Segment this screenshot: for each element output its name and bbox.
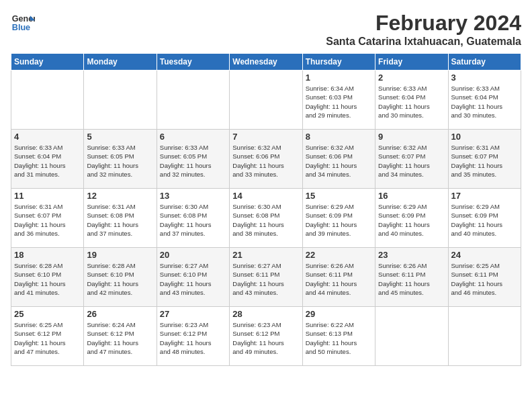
day-number: 28 — [232, 309, 299, 319]
calendar-table: SundayMondayTuesdayWednesdayThursdayFrid… — [11, 53, 521, 366]
calendar-cell: 24Sunrise: 6:25 AM Sunset: 6:11 PM Dayli… — [448, 248, 521, 307]
calendar-cell: 28Sunrise: 6:23 AM Sunset: 6:12 PM Dayli… — [230, 307, 302, 366]
calendar-cell: 12Sunrise: 6:31 AM Sunset: 6:08 PM Dayli… — [84, 189, 157, 248]
calendar-week-5: 25Sunrise: 6:25 AM Sunset: 6:12 PM Dayli… — [11, 307, 521, 366]
calendar-cell — [448, 307, 521, 366]
day-header-wednesday: Wednesday — [230, 54, 302, 71]
day-number: 8 — [306, 132, 372, 142]
day-header-sunday: Sunday — [11, 54, 84, 71]
day-number: 10 — [451, 132, 518, 142]
calendar-cell: 29Sunrise: 6:22 AM Sunset: 6:13 PM Dayli… — [302, 307, 375, 366]
day-info: Sunrise: 6:31 AM Sunset: 6:07 PM Dayligh… — [14, 202, 81, 238]
calendar-cell: 11Sunrise: 6:31 AM Sunset: 6:07 PM Dayli… — [11, 189, 84, 248]
calendar-cell — [11, 71, 84, 130]
day-info: Sunrise: 6:33 AM Sunset: 6:04 PM Dayligh… — [378, 84, 445, 120]
calendar-cell: 21Sunrise: 6:27 AM Sunset: 6:11 PM Dayli… — [230, 248, 302, 307]
day-info: Sunrise: 6:28 AM Sunset: 6:10 PM Dayligh… — [87, 261, 153, 297]
day-info: Sunrise: 6:33 AM Sunset: 6:05 PM Dayligh… — [87, 143, 153, 179]
day-number: 22 — [306, 250, 372, 260]
day-info: Sunrise: 6:22 AM Sunset: 6:13 PM Dayligh… — [306, 320, 372, 356]
day-number: 21 — [232, 250, 299, 260]
day-number: 20 — [160, 250, 226, 260]
calendar-cell: 14Sunrise: 6:30 AM Sunset: 6:08 PM Dayli… — [230, 189, 302, 248]
day-info: Sunrise: 6:26 AM Sunset: 6:11 PM Dayligh… — [306, 261, 372, 297]
calendar-cell: 10Sunrise: 6:31 AM Sunset: 6:07 PM Dayli… — [448, 130, 521, 189]
calendar-cell: 19Sunrise: 6:28 AM Sunset: 6:10 PM Dayli… — [84, 248, 157, 307]
day-info: Sunrise: 6:32 AM Sunset: 6:07 PM Dayligh… — [378, 143, 445, 179]
day-info: Sunrise: 6:30 AM Sunset: 6:08 PM Dayligh… — [232, 202, 299, 238]
day-number: 12 — [87, 191, 153, 201]
day-number: 7 — [232, 132, 299, 142]
day-info: Sunrise: 6:29 AM Sunset: 6:09 PM Dayligh… — [451, 202, 518, 238]
calendar-cell: 26Sunrise: 6:24 AM Sunset: 6:12 PM Dayli… — [84, 307, 157, 366]
calendar-cell: 1Sunrise: 6:34 AM Sunset: 6:03 PM Daylig… — [302, 71, 375, 130]
day-number: 11 — [14, 191, 81, 201]
day-number: 27 — [160, 309, 226, 319]
day-number: 5 — [87, 132, 153, 142]
title-block: February 2024 Santa Catarina Ixtahuacan,… — [326, 11, 521, 48]
day-info: Sunrise: 6:28 AM Sunset: 6:10 PM Dayligh… — [14, 261, 81, 297]
day-number: 6 — [160, 132, 226, 142]
day-header-tuesday: Tuesday — [157, 54, 229, 71]
day-info: Sunrise: 6:24 AM Sunset: 6:12 PM Dayligh… — [87, 320, 153, 356]
calendar-cell: 18Sunrise: 6:28 AM Sunset: 6:10 PM Dayli… — [11, 248, 84, 307]
day-info: Sunrise: 6:23 AM Sunset: 6:12 PM Dayligh… — [232, 320, 299, 356]
day-info: Sunrise: 6:33 AM Sunset: 6:04 PM Dayligh… — [451, 84, 518, 120]
day-info: Sunrise: 6:30 AM Sunset: 6:08 PM Dayligh… — [160, 202, 226, 238]
day-number: 9 — [378, 132, 445, 142]
day-number: 19 — [87, 250, 153, 260]
calendar-week-1: 1Sunrise: 6:34 AM Sunset: 6:03 PM Daylig… — [11, 71, 521, 130]
day-info: Sunrise: 6:26 AM Sunset: 6:11 PM Dayligh… — [378, 261, 445, 297]
day-number: 15 — [306, 191, 372, 201]
logo-icon: General Blue — [11, 11, 35, 35]
day-info: Sunrise: 6:31 AM Sunset: 6:07 PM Dayligh… — [451, 143, 518, 179]
day-info: Sunrise: 6:32 AM Sunset: 6:06 PM Dayligh… — [232, 143, 299, 179]
calendar-cell: 3Sunrise: 6:33 AM Sunset: 6:04 PM Daylig… — [448, 71, 521, 130]
calendar-cell: 4Sunrise: 6:33 AM Sunset: 6:04 PM Daylig… — [11, 130, 84, 189]
day-number: 17 — [451, 191, 518, 201]
day-info: Sunrise: 6:25 AM Sunset: 6:12 PM Dayligh… — [14, 320, 81, 356]
day-number: 25 — [14, 309, 81, 319]
day-info: Sunrise: 6:27 AM Sunset: 6:11 PM Dayligh… — [232, 261, 299, 297]
day-info: Sunrise: 6:25 AM Sunset: 6:11 PM Dayligh… — [451, 261, 518, 297]
day-number: 13 — [160, 191, 226, 201]
calendar-cell: 27Sunrise: 6:23 AM Sunset: 6:12 PM Dayli… — [157, 307, 229, 366]
calendar-cell: 23Sunrise: 6:26 AM Sunset: 6:11 PM Dayli… — [375, 248, 448, 307]
month-title: February 2024 — [326, 11, 521, 36]
calendar-cell: 9Sunrise: 6:32 AM Sunset: 6:07 PM Daylig… — [375, 130, 448, 189]
calendar-cell: 2Sunrise: 6:33 AM Sunset: 6:04 PM Daylig… — [375, 71, 448, 130]
day-number: 26 — [87, 309, 153, 319]
day-header-friday: Friday — [375, 54, 448, 71]
day-number: 14 — [232, 191, 299, 201]
calendar-cell — [157, 71, 229, 130]
logo: General Blue — [11, 11, 35, 35]
day-number: 4 — [14, 132, 81, 142]
calendar-week-2: 4Sunrise: 6:33 AM Sunset: 6:04 PM Daylig… — [11, 130, 521, 189]
calendar-cell: 7Sunrise: 6:32 AM Sunset: 6:06 PM Daylig… — [230, 130, 302, 189]
day-header-saturday: Saturday — [448, 54, 521, 71]
day-info: Sunrise: 6:29 AM Sunset: 6:09 PM Dayligh… — [306, 202, 372, 238]
svg-text:Blue: Blue — [12, 23, 30, 32]
page-header: General Blue February 2024 Santa Catarin… — [11, 11, 521, 48]
day-number: 3 — [451, 73, 518, 83]
calendar-cell: 22Sunrise: 6:26 AM Sunset: 6:11 PM Dayli… — [302, 248, 375, 307]
day-info: Sunrise: 6:34 AM Sunset: 6:03 PM Dayligh… — [306, 84, 372, 120]
day-number: 23 — [378, 250, 445, 260]
calendar-cell: 25Sunrise: 6:25 AM Sunset: 6:12 PM Dayli… — [11, 307, 84, 366]
day-number: 29 — [306, 309, 372, 319]
day-info: Sunrise: 6:23 AM Sunset: 6:12 PM Dayligh… — [160, 320, 226, 356]
calendar-cell: 16Sunrise: 6:29 AM Sunset: 6:09 PM Dayli… — [375, 189, 448, 248]
calendar-week-4: 18Sunrise: 6:28 AM Sunset: 6:10 PM Dayli… — [11, 248, 521, 307]
calendar-cell: 15Sunrise: 6:29 AM Sunset: 6:09 PM Dayli… — [302, 189, 375, 248]
calendar-cell: 5Sunrise: 6:33 AM Sunset: 6:05 PM Daylig… — [84, 130, 157, 189]
calendar-cell: 20Sunrise: 6:27 AM Sunset: 6:10 PM Dayli… — [157, 248, 229, 307]
day-number: 2 — [378, 73, 445, 83]
calendar-cell — [375, 307, 448, 366]
day-number: 16 — [378, 191, 445, 201]
day-info: Sunrise: 6:27 AM Sunset: 6:10 PM Dayligh… — [160, 261, 226, 297]
calendar-cell: 17Sunrise: 6:29 AM Sunset: 6:09 PM Dayli… — [448, 189, 521, 248]
calendar-cell — [84, 71, 157, 130]
day-header-monday: Monday — [84, 54, 157, 71]
day-number: 18 — [14, 250, 81, 260]
day-info: Sunrise: 6:32 AM Sunset: 6:06 PM Dayligh… — [306, 143, 372, 179]
